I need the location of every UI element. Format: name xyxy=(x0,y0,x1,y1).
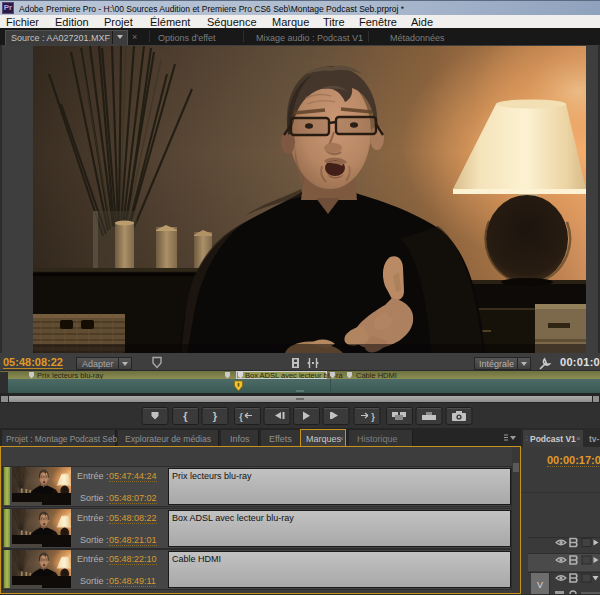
svg-text:V: V xyxy=(537,580,543,590)
svg-text:}: } xyxy=(371,412,375,422)
svg-text:{: { xyxy=(183,410,188,422)
svg-text:}: } xyxy=(213,410,218,422)
svg-text:{: { xyxy=(239,412,243,422)
